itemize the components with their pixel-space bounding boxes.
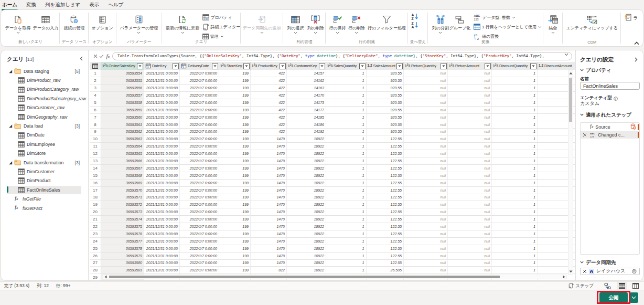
group-by-button[interactable]: グループ化: [449, 10, 470, 30]
scroll-left-arrow[interactable]: [103, 275, 108, 279]
cell[interactable]: 2022/1/7 0:00:00: [180, 180, 219, 187]
cell[interactable]: 199: [219, 187, 251, 194]
cell[interactable]: 18922: [287, 223, 326, 230]
cell[interactable]: null: [448, 216, 492, 223]
column-filter-button[interactable]: [137, 63, 143, 69]
cell[interactable]: 2021/12/31 0:00:00: [144, 107, 180, 114]
cell[interactable]: 199: [219, 135, 251, 143]
cell[interactable]: 422: [251, 92, 287, 99]
row-number[interactable]: 5: [90, 99, 101, 107]
cell[interactable]: 199: [219, 253, 251, 260]
cell[interactable]: 1: [326, 85, 367, 92]
whole-number-type-icon[interactable]: 123: [102, 64, 108, 68]
cell[interactable]: 2022/1/7 0:00:00: [180, 260, 219, 267]
cell[interactable]: 1: [326, 135, 367, 143]
cell[interactable]: null: [404, 267, 448, 274]
cell[interactable]: 2022/1/7 0:00:00: [180, 223, 219, 230]
cell[interactable]: null: [404, 121, 448, 129]
cell[interactable]: 122.55: [367, 230, 404, 238]
cell[interactable]: 199: [219, 157, 251, 165]
cell[interactable]: 2022/1/7 0:00:00: [180, 114, 219, 121]
column-filter-button[interactable]: [173, 63, 179, 69]
cell[interactable]: 2022/1/7 0:00:00: [180, 165, 219, 172]
row-number[interactable]: 7: [90, 114, 101, 121]
cell[interactable]: 422: [251, 129, 287, 136]
row-number[interactable]: 11: [90, 143, 101, 150]
cell[interactable]: 1: [326, 267, 367, 274]
row-number[interactable]: 6: [90, 107, 101, 114]
cell[interactable]: 1: [492, 260, 538, 267]
data-destination-row[interactable]: レイクハウス: [580, 268, 640, 275]
cell[interactable]: null: [404, 194, 448, 202]
collapse-queries-pane-button[interactable]: [80, 56, 83, 61]
cell[interactable]: null: [404, 107, 448, 114]
cell[interactable]: 18922: [287, 194, 326, 202]
cell[interactable]: 36593571: [101, 194, 144, 202]
manage-connections-button[interactable]: 接続の管理: [60, 10, 88, 30]
whole-number-type-icon[interactable]: 123: [252, 64, 257, 68]
column-filter-button[interactable]: [212, 63, 218, 69]
cell[interactable]: 36593574: [101, 216, 144, 223]
cell[interactable]: 122.55: [367, 201, 404, 208]
cell[interactable]: null: [448, 121, 492, 129]
cell[interactable]: 14186: [287, 121, 326, 129]
cell[interactable]: 14173: [287, 99, 326, 107]
cell[interactable]: 1: [492, 230, 538, 238]
cell[interactable]: 36593563: [101, 135, 144, 143]
cell[interactable]: 1: [326, 223, 367, 230]
cell[interactable]: 14170: [287, 92, 326, 99]
cell[interactable]: 199: [219, 216, 251, 223]
cell[interactable]: 18922: [287, 216, 326, 223]
folding-indicator-icon[interactable]: [630, 123, 636, 130]
cell[interactable]: 36593580: [101, 260, 144, 267]
cell[interactable]: null: [448, 208, 492, 216]
row-number[interactable]: 19: [90, 201, 101, 208]
cell[interactable]: 199: [219, 180, 251, 187]
cell[interactable]: 2022/1/7 0:00:00: [180, 253, 219, 260]
column-filter-button[interactable]: [530, 63, 536, 69]
cell[interactable]: 14162: [287, 77, 326, 85]
keep-rows-button[interactable]: 行の保持: [328, 10, 347, 35]
cell[interactable]: 1470: [251, 216, 287, 223]
cell[interactable]: null: [404, 77, 448, 85]
cell[interactable]: 1: [492, 172, 538, 180]
query-item-Data load[interactable]: Data load[3]: [1, 121, 88, 130]
tree-expander-icon[interactable]: [8, 161, 13, 165]
cell[interactable]: 199: [219, 114, 251, 121]
cell[interactable]: 1: [326, 208, 367, 216]
cell[interactable]: 122.55: [367, 194, 404, 202]
column-header-DateKey[interactable]: DateKey: [144, 62, 180, 70]
cell[interactable]: 2022/1/7 0:00:00: [180, 216, 219, 223]
row-number[interactable]: 25: [90, 245, 101, 253]
row-number[interactable]: 1: [90, 70, 101, 77]
cell[interactable]: null: [448, 267, 492, 274]
cell[interactable]: 199: [219, 194, 251, 202]
cell[interactable]: 14157: [287, 70, 326, 77]
cell[interactable]: 1470: [251, 165, 287, 172]
cell[interactable]: 36593564: [101, 143, 144, 150]
row-number[interactable]: 2: [90, 77, 101, 85]
cell[interactable]: 1470: [251, 150, 287, 157]
cell[interactable]: 2021/12/31 0:00:00: [144, 230, 180, 238]
cell[interactable]: 920.55: [367, 129, 404, 136]
cell[interactable]: 2022/1/7 0:00:00: [180, 150, 219, 157]
cell[interactable]: null: [448, 230, 492, 238]
cell[interactable]: 36593561: [101, 121, 144, 129]
cell[interactable]: 36593560: [101, 114, 144, 121]
cell[interactable]: 422: [251, 99, 287, 107]
cell[interactable]: null: [404, 157, 448, 165]
cell[interactable]: 1: [492, 70, 538, 77]
cell[interactable]: 920.55: [367, 77, 404, 85]
cell[interactable]: null: [404, 70, 448, 77]
whole-number-type-icon[interactable]: 123: [327, 64, 332, 68]
destination-settings-gear-icon[interactable]: [632, 269, 637, 274]
publish-dropdown-button[interactable]: [629, 292, 639, 303]
cell[interactable]: 422: [251, 70, 287, 77]
cell[interactable]: 920.55: [367, 107, 404, 114]
cell[interactable]: 2021/12/31 0:00:00: [144, 194, 180, 202]
cell[interactable]: 36593573: [101, 208, 144, 216]
cell[interactable]: 122.55: [367, 143, 404, 150]
cell[interactable]: 36593579: [101, 253, 144, 260]
cell[interactable]: 2021/12/31 0:00:00: [144, 223, 180, 230]
row-number[interactable]: 29: [90, 274, 101, 280]
